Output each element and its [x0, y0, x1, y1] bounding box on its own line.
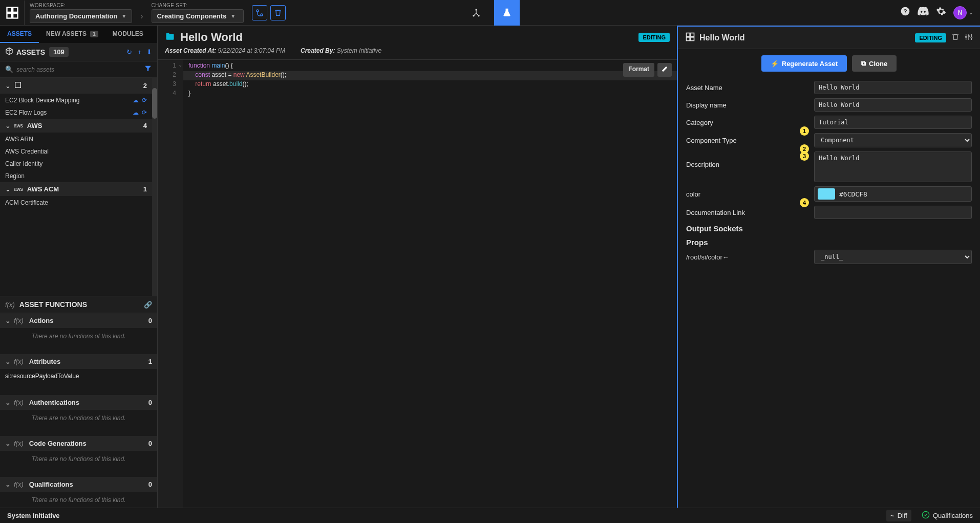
doc-link-input[interactable]	[814, 206, 972, 219]
tree-group-unnamed[interactable]: ⌄ 2	[0, 78, 152, 94]
sidebar: ASSETS NEW ASSETS 1 MODULES ASSETS 109 ↻…	[0, 26, 158, 508]
properties-title: Hello World	[699, 33, 745, 42]
properties-header: Hello World EDITING	[678, 27, 980, 49]
footer-brand: System Initiative	[7, 512, 60, 519]
tree-group-aws-acm[interactable]: ⌄ aws AWS ACM 1	[0, 182, 152, 197]
sync-icon: ⟳	[142, 97, 147, 104]
asset-title: Hello World	[180, 31, 243, 44]
component-type-select[interactable]: Component	[814, 133, 972, 147]
delete-changeset-button[interactable]	[270, 5, 286, 20]
tree-item-caller-identity[interactable]: Caller Identity	[0, 158, 152, 170]
link-icon[interactable]: 🔗	[144, 301, 152, 309]
help-icon[interactable]: ?	[900, 6, 910, 19]
lab-mode-button[interactable]	[494, 0, 520, 26]
search-input[interactable]	[16, 66, 144, 73]
download-icon[interactable]: ⬇	[146, 48, 152, 56]
fx-icon: f(x)	[14, 399, 24, 406]
qualifications-status[interactable]: Qualifications	[922, 511, 973, 520]
code-content[interactable]: function main() { const asset = new Asse…	[183, 60, 677, 508]
topbar-right: ? N ⌄	[900, 6, 980, 19]
tree-group-aws[interactable]: ⌄ aws AWS 4	[0, 119, 152, 133]
svg-rect-3	[13, 13, 17, 18]
fn-group-qual[interactable]: ⌄ f(x) Qualifications 0	[0, 477, 157, 492]
fn-group-actions[interactable]: ⌄ f(x) Actions 0	[0, 313, 157, 329]
fx-icon: f(x)	[14, 358, 24, 365]
app-logo[interactable]	[0, 1, 25, 25]
svg-point-6	[475, 9, 477, 10]
properties-actions: ⚡ Regenerate Asset ⧉ Clone	[678, 49, 980, 78]
tree-item-aws-arn[interactable]: AWS ARN	[0, 133, 152, 145]
changeset-dropdown[interactable]: Creating Components ▼	[152, 9, 244, 23]
regenerate-button[interactable]: ⚡ Regenerate Asset	[761, 55, 847, 72]
aws-icon: aws	[14, 186, 23, 192]
fn-group-attributes[interactable]: ⌄ f(x) Attributes 1	[0, 354, 157, 369]
fn-group-codegen[interactable]: ⌄ f(x) Code Generations 0	[0, 436, 157, 451]
delete-icon[interactable]	[951, 33, 960, 42]
format-button[interactable]: Format	[623, 63, 654, 77]
sidebar-tabs: ASSETS NEW ASSETS 1 MODULES	[0, 26, 157, 43]
chevron-down-icon: ▼	[121, 13, 126, 19]
props-title: Props	[686, 238, 972, 247]
svg-rect-15	[691, 37, 694, 41]
new-assets-badge: 1	[90, 31, 98, 37]
code-editor[interactable]: 1234 function main() { const asset = new…	[158, 60, 677, 508]
field-component-type: Component Type2 Component	[686, 133, 972, 147]
grid-icon	[685, 32, 695, 43]
svg-rect-13	[691, 33, 694, 37]
tree-item-aws-credential[interactable]: AWS Credential	[0, 145, 152, 158]
filter-icon[interactable]	[144, 64, 152, 74]
fn-group-auth[interactable]: ⌄ f(x) Authentications 0	[0, 395, 157, 410]
annotation-4: 4	[800, 198, 809, 207]
workspace-label: WORKSPACE:	[30, 3, 132, 8]
description-input[interactable]: Hello World	[814, 151, 972, 182]
annotation-3: 3	[800, 151, 809, 161]
tree-item-ec2-block[interactable]: EC2 Block Device Mapping ☁⟳	[0, 94, 152, 106]
chevron-down-icon: ⌄	[5, 122, 11, 129]
footer: System Initiative ~ Diff Qualifications	[0, 508, 980, 523]
settings-icon[interactable]	[936, 6, 946, 19]
chevron-down-icon: ⌄	[5, 440, 11, 447]
diff-button[interactable]: ~ Diff	[886, 510, 911, 521]
field-doc-link: Documentation Link	[686, 206, 972, 219]
line-gutter: 1234	[158, 60, 183, 508]
fn-item-resource-payload[interactable]: si:resourcePayloadToValue	[0, 369, 157, 383]
category-input[interactable]	[814, 116, 972, 129]
check-icon	[922, 511, 930, 520]
search-icon: 🔍	[5, 66, 13, 73]
color-value: #6CDCF8	[839, 190, 867, 198]
clone-button[interactable]: ⧉ Clone	[852, 55, 897, 72]
svg-point-5	[261, 14, 263, 16]
asset-name-input[interactable]	[814, 81, 972, 94]
copy-icon: ⧉	[861, 59, 866, 68]
color-swatch[interactable]	[818, 188, 835, 200]
field-description: Description3 Hello World	[686, 151, 972, 182]
prop-row: /root/si/color← _null_	[686, 250, 972, 264]
user-menu[interactable]: N ⌄	[953, 6, 973, 19]
tree-scrollbar[interactable]	[152, 78, 157, 296]
tree-item-acm-cert[interactable]: ACM Certificate	[0, 197, 152, 209]
fn-empty-auth: There are no functions of this kind.	[0, 410, 157, 426]
svg-rect-11	[15, 82, 21, 88]
refresh-icon[interactable]: ↻	[126, 48, 132, 56]
tree-item-region[interactable]: Region	[0, 170, 152, 182]
fn-empty-actions: There are no functions of this kind.	[0, 329, 157, 344]
edit-icon-button[interactable]	[657, 63, 672, 77]
chevron-down-icon: ⌄	[5, 185, 11, 193]
svg-rect-2	[7, 13, 11, 18]
merge-button[interactable]	[252, 5, 267, 20]
discord-icon[interactable]	[918, 6, 929, 19]
tree-item-ec2-flow[interactable]: EC2 Flow Logs ☁⟳	[0, 106, 152, 119]
tab-assets[interactable]: ASSETS	[0, 26, 39, 43]
diagram-mode-button[interactable]	[463, 0, 489, 26]
tab-modules[interactable]: MODULES	[105, 26, 151, 43]
diff-icon: ~	[890, 512, 894, 519]
chevron-down-icon: ▼	[230, 13, 236, 19]
fx-icon: f(x)	[14, 440, 24, 447]
sliders-icon[interactable]	[965, 33, 973, 42]
workspace-dropdown[interactable]: Authoring Documentation ▼	[30, 9, 132, 23]
add-icon[interactable]: +	[137, 48, 141, 56]
prop-value-select[interactable]: _null_	[814, 250, 972, 264]
display-name-input[interactable]	[814, 98, 972, 112]
svg-point-18	[971, 37, 972, 38]
tab-new-assets[interactable]: NEW ASSETS 1	[39, 26, 105, 43]
